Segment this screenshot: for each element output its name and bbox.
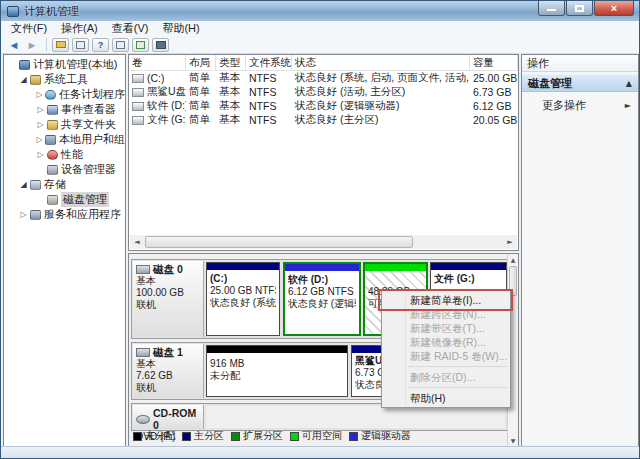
actions-pane-title: 操作 (522, 55, 638, 72)
sidebar-item-services-and-applications[interactable]: ▷ 服务和应用程序 (4, 207, 125, 222)
volume-capacity: 20.05 GB (470, 114, 518, 126)
refresh-button[interactable] (132, 38, 149, 52)
volume-fs: NTFS (246, 72, 292, 84)
partition-d-software[interactable]: 软件 (D:) 6.12 GB NTFS 状态良好 (逻辑驱动器) (283, 262, 361, 336)
chevron-collapsed-icon[interactable]: ▷ (35, 105, 46, 114)
volume-capacity: 6.12 GB (470, 100, 518, 112)
menu-view[interactable]: 查看(V) (105, 21, 156, 36)
column-header-type[interactable]: 类型 (216, 55, 246, 70)
chevron-collapsed-icon[interactable]: ▷ (35, 135, 44, 144)
disk-view-settings-button[interactable] (152, 38, 169, 52)
chevron-collapsed-icon[interactable]: ▷ (35, 90, 44, 99)
disk-1-label[interactable]: 磁盘 1 基本 7.62 GB 联机 (133, 344, 204, 398)
minimize-button[interactable] (538, 1, 565, 16)
partition-c[interactable]: (C:) 25.00 GB NTFS 状态良好 (系统, 启动, 页面文件, 活… (206, 262, 280, 336)
menu-item-help[interactable]: 帮助(H) (382, 391, 510, 405)
cdrom-0-label[interactable]: CD-ROM 0 DVD (F:) (133, 405, 204, 429)
volume-row-c[interactable]: (C:) 简单 基本 NTFS 状态良好 (系统, 启动, 页面文件, 活动, … (129, 71, 518, 85)
chevron-collapsed-icon[interactable]: ▷ (18, 210, 29, 219)
partition-unallocated[interactable]: 916 MB 未分配 (206, 345, 348, 397)
forward-button[interactable]: ► (23, 38, 41, 52)
toolbar-separator (46, 38, 47, 51)
menu-action[interactable]: 操作(A) (54, 21, 105, 36)
sidebar-item-task-scheduler[interactable]: ▷ 任务计划程序 (4, 87, 125, 102)
volume-layout: 简单 (186, 113, 216, 127)
scroll-down-icon[interactable]: ▼ (508, 435, 518, 446)
column-header-filesystem[interactable]: 文件系统 (246, 55, 292, 70)
sidebar-item-performance[interactable]: ▷ 性能 (4, 147, 125, 162)
sidebar-item-computer-management-local[interactable]: 计算机管理(本地) (4, 57, 125, 72)
chevron-collapsed-icon[interactable]: ▷ (35, 120, 46, 129)
maximize-button[interactable] (566, 1, 593, 16)
back-button[interactable]: ◄ (5, 38, 23, 52)
chevron-expanded-icon[interactable]: ◢ (18, 75, 29, 84)
status-bar (1, 446, 639, 458)
column-header-capacity[interactable]: 容量 (470, 55, 518, 70)
sidebar-item-device-manager[interactable]: 设备管理器 (4, 162, 125, 177)
help-icon: ? (98, 40, 104, 50)
partition-status: 状态良好 (系统, 启动, 页面文件, 活动, 故障转储, 主分区) (210, 297, 276, 309)
scroll-right-icon[interactable]: ► (503, 235, 517, 249)
actions-section-disk-management[interactable]: 磁盘管理 ▲ (522, 74, 638, 92)
sidebar-item-label: 任务计划程序 (59, 87, 125, 102)
sidebar-item-label: 本地用户和组 (59, 132, 125, 147)
scrollbar-thumb[interactable] (145, 236, 413, 248)
console-tree-toggle-button[interactable] (52, 38, 69, 52)
logical-drive-bar (285, 264, 359, 271)
legend-logical-drive: 逻辑驱动器 (349, 429, 411, 443)
sidebar-item-label: 性能 (61, 147, 83, 162)
disk-0-label[interactable]: 磁盘 0 基本 100.00 GB 联机 (133, 261, 204, 337)
title-bar[interactable]: 计算机管理 × (1, 1, 639, 21)
menu-file[interactable]: 文件(F) (4, 21, 54, 36)
volume-type: 基本 (216, 71, 246, 85)
horizontal-scrollbar[interactable]: ◄ ► (130, 235, 517, 249)
toolbar: ◄ ► ? (1, 36, 639, 54)
column-header-status[interactable]: 状态 (292, 55, 470, 70)
partition-size: 6.12 GB NTFS (288, 286, 356, 298)
sidebar-item-system-tools[interactable]: ◢ 系统工具 (4, 72, 125, 87)
disk-name: 磁盘 1 (153, 346, 183, 358)
scroll-left-icon[interactable]: ◄ (130, 235, 144, 249)
more-actions-item[interactable]: 更多操作 ► (522, 96, 638, 114)
app-icon (7, 6, 19, 17)
volume-row-e[interactable]: 黑鲨U盘 (E:) 简单 基本 NTFS 状态良好 (活动, 主分区) 6.73… (129, 85, 518, 99)
collapse-section-icon[interactable]: ▲ (626, 79, 632, 88)
sidebar-item-label: 服务和应用程序 (44, 207, 121, 222)
sidebar-item-storage[interactable]: ◢ 存储 (4, 177, 125, 192)
cdrom-icon (136, 415, 150, 424)
actions-pane: 操作 磁盘管理 ▲ 更多操作 ► (521, 54, 639, 447)
column-header-layout[interactable]: 布局 (186, 55, 216, 70)
performance-icon (47, 150, 58, 160)
volume-row-g[interactable]: 文件 (G:) 简单 基本 NTFS 状态良好 (主分区) 20.05 GB (129, 113, 518, 127)
legend-free-space: 可用空间 (290, 429, 342, 443)
volume-name: 黑鲨U盘 (E:) (147, 85, 186, 99)
action-pane-toggle-button[interactable] (112, 38, 129, 52)
sidebar-item-local-users-and-groups[interactable]: ▷ 本地用户和组 (4, 132, 125, 147)
chevron-expanded-icon[interactable]: ◢ (18, 180, 29, 189)
system-tools-icon (30, 75, 41, 85)
volume-fs: NTFS (246, 100, 292, 112)
unallocated-bar (207, 346, 347, 353)
disk-type: 基本 (136, 275, 200, 287)
volume-status: 状态良好 (活动, 主分区) (292, 85, 470, 99)
sidebar-item-disk-management[interactable]: 磁盘管理 (4, 192, 125, 207)
volume-name: 软件 (D:) (147, 99, 186, 113)
sidebar-item-label: 设备管理器 (61, 162, 116, 177)
help-button[interactable]: ? (92, 38, 109, 52)
close-button[interactable]: × (594, 1, 634, 16)
scroll-up-icon[interactable]: ▲ (508, 254, 518, 265)
window-controls: × (537, 1, 634, 16)
column-header-volume[interactable]: 卷 (129, 55, 186, 70)
minimize-icon (547, 9, 556, 11)
chevron-collapsed-icon[interactable]: ▷ (35, 150, 46, 159)
disk-size: 7.62 GB (136, 370, 200, 382)
volume-list: 卷 布局 类型 文件系统 状态 容量 (C:) 简单 基本 NTFS 状态良好 … (128, 54, 519, 251)
volume-row-d[interactable]: 软件 (D:) 简单 基本 NTFS 状态良好 (逻辑驱动器) 6.12 GB (129, 99, 518, 113)
legend-unallocated: 未分配 (133, 429, 175, 443)
menu-help[interactable]: 帮助(H) (155, 21, 206, 36)
sidebar-item-event-viewer[interactable]: ▷ 事件查看器 (4, 102, 125, 117)
sidebar-item-shared-folders[interactable]: ▷ 共享文件夹 (4, 117, 125, 132)
properties-button[interactable] (72, 38, 89, 52)
legend-swatch (231, 432, 240, 441)
actions-section-label: 磁盘管理 (528, 76, 572, 91)
